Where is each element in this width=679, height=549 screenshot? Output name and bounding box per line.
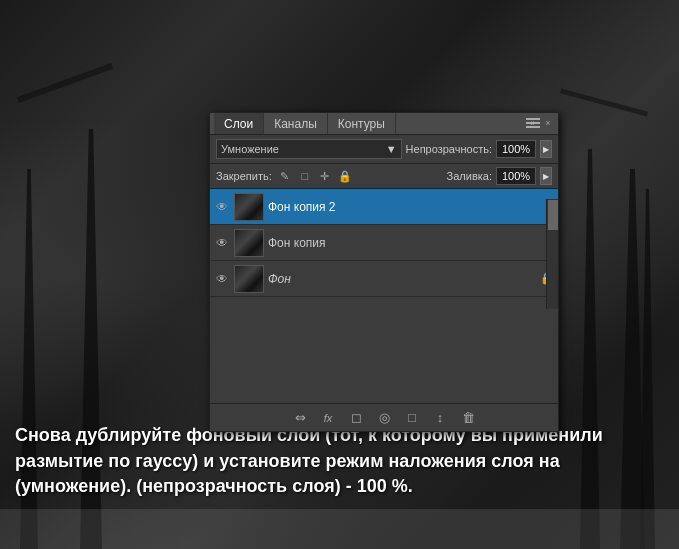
layer-item-0[interactable]: 👁 Фон копия 2 — [210, 189, 558, 225]
instruction-text: Снова дублируйте фоновый слой (тот, к ко… — [15, 423, 664, 499]
layer-visibility-2[interactable]: 👁 — [214, 271, 230, 287]
link-icon[interactable]: ⇔ — [290, 408, 310, 428]
fill-value[interactable]: 100% — [496, 167, 536, 185]
delete-icon[interactable]: 🗑 — [458, 408, 478, 428]
layers-panel: Слои Каналы Контуры « × Умножение ▼ Непр… — [209, 112, 559, 432]
opacity-value[interactable]: 100% — [496, 140, 536, 158]
tab-layers[interactable]: Слои — [214, 113, 264, 134]
layer-name-1: Фон копия — [268, 236, 554, 250]
panel-tabs: Слои Каналы Контуры — [214, 113, 396, 134]
new-layer-icon[interactable]: ↕ — [430, 408, 450, 428]
fill-arrow[interactable]: ▶ — [540, 167, 552, 185]
layers-list: 👁 Фон копия 2 👁 Фон копия 👁 Фон 🔒 — [210, 189, 558, 310]
panel-titlebar: Слои Каналы Контуры « × — [210, 113, 558, 135]
group-icon[interactable]: □ — [402, 408, 422, 428]
mask-icon[interactable]: ◎ — [374, 408, 394, 428]
blend-mode-row: Умножение ▼ Непрозрачность: 100% ▶ — [210, 135, 558, 164]
layer-name-2: Фон — [268, 272, 536, 286]
bottom-strip — [0, 509, 679, 549]
fx-icon[interactable]: fx — [318, 408, 338, 428]
layers-scrollbar[interactable] — [546, 199, 558, 309]
lock-row: Закрепить: ✎ □ ✛ 🔒 Заливка: 100% ▶ — [210, 164, 558, 189]
layer-item-2[interactable]: 👁 Фон 🔒 — [210, 261, 558, 297]
fill-controls: Заливка: 100% ▶ — [447, 167, 552, 185]
adjustment-icon[interactable]: ◻ — [346, 408, 366, 428]
layer-item-1[interactable]: 👁 Фон копия — [210, 225, 558, 261]
fill-label: Заливка: — [447, 170, 492, 182]
bottom-toolbar: ⇔ fx ◻ ◎ □ ↕ 🗑 — [210, 403, 558, 431]
tab-channels[interactable]: Каналы — [264, 113, 328, 134]
layer-name-0: Фон копия 2 — [268, 200, 554, 214]
layer-thumbnail-2 — [234, 265, 264, 293]
panel-menu-icon[interactable] — [526, 118, 540, 128]
scrollbar-thumb[interactable] — [548, 200, 558, 230]
layer-thumbnail-1 — [234, 229, 264, 257]
close-button[interactable]: × — [542, 117, 554, 129]
layer-thumbnail-0 — [234, 193, 264, 221]
layer-visibility-0[interactable]: 👁 — [214, 199, 230, 215]
layer-visibility-1[interactable]: 👁 — [214, 235, 230, 251]
opacity-label: Непрозрачность: — [406, 143, 492, 155]
opacity-controls: Непрозрачность: 100% ▶ — [406, 140, 552, 158]
blend-mode-value: Умножение — [221, 143, 279, 155]
blend-mode-arrow: ▼ — [386, 143, 397, 155]
opacity-arrow[interactable]: ▶ — [540, 140, 552, 158]
lock-icon-box[interactable]: □ — [298, 169, 312, 183]
lock-icon-pen[interactable]: ✎ — [278, 169, 292, 183]
blend-mode-select[interactable]: Умножение ▼ — [216, 139, 402, 159]
lock-icon-lock[interactable]: 🔒 — [338, 169, 352, 183]
lock-icon-move[interactable]: ✛ — [318, 169, 332, 183]
tab-paths[interactable]: Контуры — [328, 113, 396, 134]
panel-content: Умножение ▼ Непрозрачность: 100% ▶ Закре… — [210, 135, 558, 431]
lock-label: Закрепить: — [216, 170, 272, 182]
